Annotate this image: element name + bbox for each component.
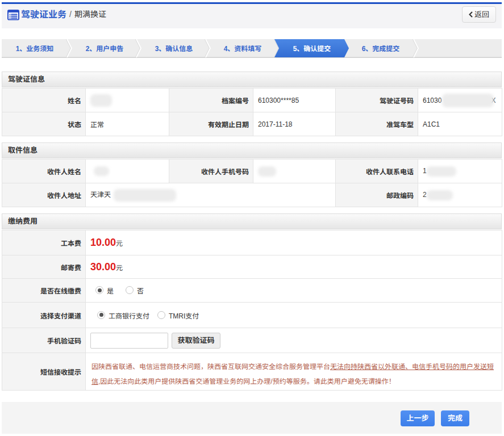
svg-text:5、确认提交: 5、确认提交 <box>293 45 331 53</box>
svg-text:2、用户申告: 2、用户申告 <box>86 45 124 53</box>
svg-text:6、完成提交: 6、完成提交 <box>362 45 400 53</box>
svg-text:3、确认信息: 3、确认信息 <box>155 45 193 53</box>
svg-text:1、业务须知: 1、业务须知 <box>16 45 54 53</box>
svg-text:4、资料填写: 4、资料填写 <box>224 45 262 53</box>
